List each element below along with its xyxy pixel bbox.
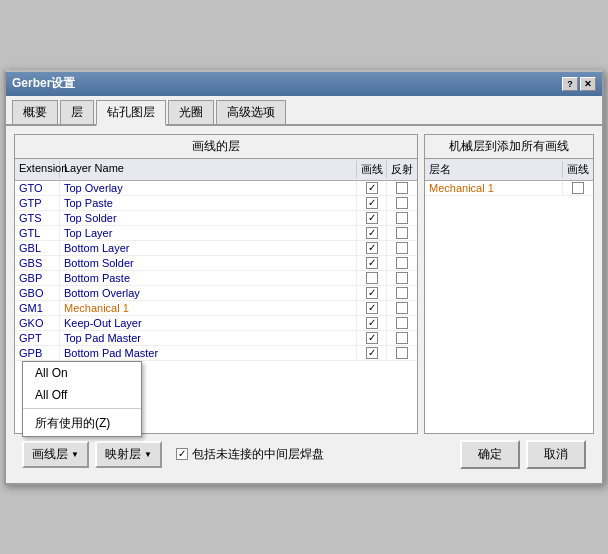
- draw-checkbox[interactable]: [366, 347, 378, 359]
- draw-checkbox[interactable]: [366, 272, 378, 284]
- col-layername-header: Layer Name: [60, 161, 357, 178]
- left-table-row: GTSTop Solder: [15, 211, 417, 226]
- reflect-checkbox[interactable]: [396, 212, 408, 224]
- row-extension: GTS: [15, 211, 60, 225]
- draw-checkbox[interactable]: [366, 317, 378, 329]
- col-draw-header: 画线: [357, 161, 387, 178]
- draw-layer-dropdown: All On All Off 所有使用的(Z): [22, 361, 142, 437]
- draw-checkbox[interactable]: [366, 212, 378, 224]
- draw-layer-button[interactable]: 画线层 ▼: [22, 441, 89, 468]
- row-draw-cell: [357, 211, 387, 225]
- dropdown-divider: [23, 408, 141, 409]
- row-extension: GBL: [15, 241, 60, 255]
- confirm-button[interactable]: 确定: [460, 440, 520, 469]
- tab-aperture[interactable]: 光圈: [168, 100, 214, 124]
- draw-checkbox[interactable]: [366, 287, 378, 299]
- r-row-layer-name: Mechanical 1: [425, 181, 563, 195]
- row-layer-name: Top Pad Master: [60, 331, 357, 345]
- row-draw-cell: [357, 241, 387, 255]
- left-table-row: GPBBottom Pad Master: [15, 346, 417, 361]
- row-extension: GBP: [15, 271, 60, 285]
- tab-overview[interactable]: 概要: [12, 100, 58, 124]
- draw-checkbox[interactable]: [366, 257, 378, 269]
- left-table-row: GKOKeep-Out Layer: [15, 316, 417, 331]
- row-extension: GBS: [15, 256, 60, 270]
- row-layer-name: Bottom Pad Master: [60, 346, 357, 360]
- right-table-header: 层名 画线: [425, 159, 593, 181]
- midlayer-label: 包括未连接的中间层焊盘: [192, 446, 324, 463]
- row-draw-cell: [357, 271, 387, 285]
- r-row-draw-cell: [563, 181, 593, 195]
- reflect-checkbox[interactable]: [396, 317, 408, 329]
- row-layer-name: Top Solder: [60, 211, 357, 225]
- reflect-checkbox[interactable]: [396, 272, 408, 284]
- row-reflect-cell: [387, 286, 417, 300]
- draw-checkbox[interactable]: [366, 182, 378, 194]
- draw-checkbox[interactable]: [366, 227, 378, 239]
- draw-checkbox[interactable]: [366, 242, 378, 254]
- tab-advanced[interactable]: 高级选项: [216, 100, 286, 124]
- draw-layer-arrow-icon: ▼: [71, 450, 79, 459]
- action-buttons: 确定 取消: [460, 440, 586, 469]
- row-layer-name: Mechanical 1: [60, 301, 357, 315]
- reflect-checkbox[interactable]: [396, 347, 408, 359]
- reflect-checkbox[interactable]: [396, 227, 408, 239]
- dropdown-all-off[interactable]: All Off: [23, 384, 141, 406]
- row-draw-cell: [357, 346, 387, 360]
- row-layer-name: Bottom Solder: [60, 256, 357, 270]
- r-draw-checkbox[interactable]: [572, 182, 584, 194]
- row-extension: GTL: [15, 226, 60, 240]
- midlayer-checkbox-row: 包括未连接的中间层焊盘: [176, 446, 324, 463]
- tab-drill[interactable]: 钻孔图层: [96, 100, 166, 126]
- right-panel-title: 机械层到添加所有画线: [425, 135, 593, 159]
- row-draw-cell: [357, 316, 387, 330]
- row-reflect-cell: [387, 346, 417, 360]
- row-reflect-cell: [387, 256, 417, 270]
- r-col-draw-header: 画线: [563, 161, 593, 178]
- reflect-checkbox[interactable]: [396, 287, 408, 299]
- dropdown-all-used[interactable]: 所有使用的(Z): [23, 411, 141, 436]
- reflect-layer-arrow-icon: ▼: [144, 450, 152, 459]
- left-table-row: GBOBottom Overlay: [15, 286, 417, 301]
- main-content: 画线的层 Extension Layer Name 画线 反射 GTOTop O…: [6, 126, 602, 483]
- bottom-bar: 画线层 ▼ 映射层 ▼ 包括未连接的中间层焊盘 确定 取消 All On All…: [14, 434, 594, 475]
- row-draw-cell: [357, 181, 387, 195]
- reflect-checkbox[interactable]: [396, 332, 408, 344]
- reflect-checkbox[interactable]: [396, 182, 408, 194]
- draw-checkbox[interactable]: [366, 197, 378, 209]
- reflect-checkbox[interactable]: [396, 242, 408, 254]
- title-bar-buttons: ? ✕: [562, 77, 596, 91]
- midlayer-checkbox[interactable]: [176, 448, 188, 460]
- row-draw-cell: [357, 196, 387, 210]
- left-table-row: GTLTop Layer: [15, 226, 417, 241]
- row-layer-name: Bottom Layer: [60, 241, 357, 255]
- tab-layer[interactable]: 层: [60, 100, 94, 124]
- row-draw-cell: [357, 301, 387, 315]
- row-reflect-cell: [387, 211, 417, 225]
- left-table-row: GBLBottom Layer: [15, 241, 417, 256]
- reflect-checkbox[interactable]: [396, 197, 408, 209]
- row-draw-cell: [357, 286, 387, 300]
- help-button[interactable]: ?: [562, 77, 578, 91]
- row-extension: GTO: [15, 181, 60, 195]
- left-table-row: GM1Mechanical 1: [15, 301, 417, 316]
- row-reflect-cell: [387, 181, 417, 195]
- cancel-button[interactable]: 取消: [526, 440, 586, 469]
- row-extension: GTP: [15, 196, 60, 210]
- row-draw-cell: [357, 331, 387, 345]
- draw-checkbox[interactable]: [366, 302, 378, 314]
- reflect-checkbox[interactable]: [396, 302, 408, 314]
- left-table-header: Extension Layer Name 画线 反射: [15, 159, 417, 181]
- row-reflect-cell: [387, 316, 417, 330]
- reflect-checkbox[interactable]: [396, 257, 408, 269]
- right-table-body: Mechanical 1: [425, 181, 593, 196]
- row-layer-name: Top Paste: [60, 196, 357, 210]
- draw-checkbox[interactable]: [366, 332, 378, 344]
- left-panel-title: 画线的层: [15, 135, 417, 159]
- tab-bar: 概要 层 钻孔图层 光圈 高级选项: [6, 96, 602, 126]
- dropdown-all-on[interactable]: All On: [23, 362, 141, 384]
- close-button[interactable]: ✕: [580, 77, 596, 91]
- reflect-layer-button[interactable]: 映射层 ▼: [95, 441, 162, 468]
- row-draw-cell: [357, 256, 387, 270]
- row-layer-name: Keep-Out Layer: [60, 316, 357, 330]
